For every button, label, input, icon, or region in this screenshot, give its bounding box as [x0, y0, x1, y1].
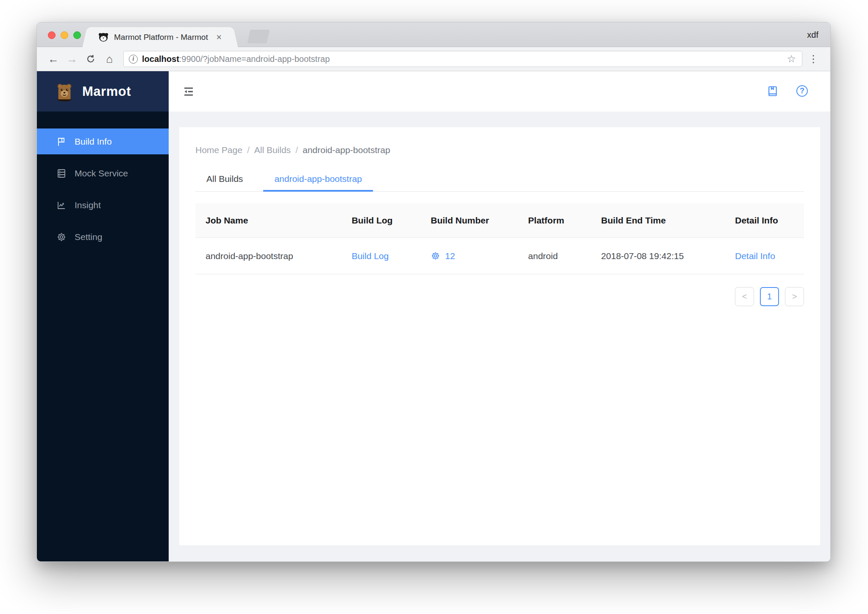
- url-path: :9900/?jobName=android-app-bootstrap: [179, 54, 330, 64]
- new-tab-button[interactable]: [247, 30, 270, 43]
- breadcrumb-home[interactable]: Home Page: [195, 145, 242, 155]
- home-icon[interactable]: ⌂: [101, 53, 117, 64]
- window-minimize-button[interactable]: [61, 31, 68, 39]
- sidebar-item-label: Insight: [75, 200, 101, 210]
- breadcrumb-all-builds[interactable]: All Builds: [254, 145, 291, 155]
- cell-build-log: Build Log: [342, 251, 421, 261]
- tab-android-app-bootstrap[interactable]: android-app-bootstrap: [263, 168, 373, 191]
- browser-tab[interactable]: Marmot Platform - Marmot ×: [90, 27, 230, 47]
- browser-profile-name[interactable]: xdf: [807, 30, 818, 40]
- sidebar-menu: Build Info Mock Service: [37, 128, 169, 256]
- content-card: Home Page / All Builds / android-app-boo…: [179, 127, 820, 545]
- browser-tab-strip: Marmot Platform - Marmot × xdf: [37, 22, 830, 47]
- pagination: < 1 >: [195, 287, 804, 306]
- cell-detail-info: Detail Info: [725, 251, 804, 261]
- database-icon: [56, 168, 67, 179]
- pagination-prev-button[interactable]: <: [735, 287, 754, 306]
- table-header-row: Job Name Build Log Build Number Platform…: [195, 203, 804, 238]
- table-row: android-app-bootstrap Build Log: [195, 238, 804, 274]
- back-icon[interactable]: ←: [45, 53, 61, 64]
- browser-window: Marmot Platform - Marmot × xdf ← → ⌂ i l…: [36, 22, 831, 562]
- tab-title: Marmot Platform - Marmot: [114, 33, 212, 42]
- flag-icon: [56, 137, 67, 147]
- cell-build-number: 12: [420, 251, 518, 261]
- book-icon[interactable]: [767, 85, 779, 98]
- url-input[interactable]: i localhost:9900/?jobName=android-app-bo…: [123, 51, 802, 67]
- main-header: ?: [169, 71, 830, 112]
- detail-info-link[interactable]: Detail Info: [735, 251, 775, 261]
- sidebar-logo[interactable]: Marmot: [37, 71, 169, 112]
- breadcrumb-separator: /: [247, 145, 250, 155]
- column-header-build-end-time: Build End Time: [591, 215, 725, 226]
- sidebar-item-build-info[interactable]: Build Info: [37, 128, 169, 154]
- question-circle-icon[interactable]: ?: [796, 85, 809, 98]
- pagination-next-button[interactable]: >: [785, 287, 804, 306]
- url-host: localhost: [142, 54, 179, 64]
- marmot-logo-icon: [54, 81, 75, 102]
- cell-build-end-time: 2018-07-08 19:42:15: [591, 251, 725, 261]
- column-header-job-name: Job Name: [195, 215, 342, 226]
- sidebar-item-label: Mock Service: [75, 168, 128, 179]
- page-info-icon[interactable]: i: [129, 55, 138, 64]
- build-log-link[interactable]: Build Log: [352, 251, 389, 261]
- app-title: Marmot: [82, 84, 131, 99]
- breadcrumb: Home Page / All Builds / android-app-boo…: [195, 145, 804, 155]
- tab-close-icon[interactable]: ×: [216, 33, 222, 42]
- line-chart-icon: [56, 200, 67, 210]
- column-header-build-number: Build Number: [420, 215, 518, 226]
- bookmark-star-icon[interactable]: ☆: [786, 53, 797, 65]
- column-header-build-log: Build Log: [342, 215, 421, 226]
- main-area: ? Home Page / All Builds / android-app-b…: [169, 71, 830, 562]
- window-close-button[interactable]: [48, 31, 56, 39]
- breadcrumb-separator: /: [295, 145, 298, 155]
- gear-icon: [56, 232, 67, 242]
- app-root: Marmot Build Info: [37, 71, 830, 562]
- menu-fold-icon[interactable]: [182, 85, 195, 98]
- breadcrumb-current: android-app-bootstrap: [303, 145, 390, 155]
- browser-toolbar: ← → ⌂ i localhost:9900/?jobName=android-…: [37, 47, 830, 71]
- builds-table: Job Name Build Log Build Number Platform…: [195, 203, 804, 274]
- sidebar: Marmot Build Info: [37, 71, 169, 562]
- browser-menu-icon[interactable]: ⋮: [805, 53, 822, 65]
- cell-platform: android: [518, 251, 591, 261]
- column-header-detail-info: Detail Info: [725, 215, 804, 226]
- reload-icon[interactable]: [83, 54, 99, 64]
- tab-all-builds[interactable]: All Builds: [195, 168, 254, 191]
- forward-icon[interactable]: →: [64, 53, 80, 64]
- pagination-page-1-button[interactable]: 1: [760, 287, 779, 306]
- column-header-platform: Platform: [518, 215, 591, 226]
- page-tabs: All Builds android-app-bootstrap: [195, 168, 804, 192]
- sidebar-item-mock-service[interactable]: Mock Service: [37, 160, 169, 186]
- sidebar-item-insight[interactable]: Insight: [37, 192, 169, 218]
- sidebar-item-label: Setting: [75, 232, 102, 242]
- build-gear-icon: [431, 251, 440, 261]
- sidebar-item-setting[interactable]: Setting: [37, 224, 169, 250]
- cell-job-name: android-app-bootstrap: [195, 251, 342, 261]
- window-zoom-button[interactable]: [73, 31, 81, 39]
- content-area: Home Page / All Builds / android-app-boo…: [169, 112, 830, 562]
- sidebar-item-label: Build Info: [75, 137, 112, 147]
- traffic-lights: [48, 31, 81, 39]
- marmot-favicon-icon: [98, 32, 109, 43]
- url-text: localhost:9900/?jobName=android-app-boot…: [142, 54, 782, 64]
- build-number-link[interactable]: 12: [445, 251, 455, 261]
